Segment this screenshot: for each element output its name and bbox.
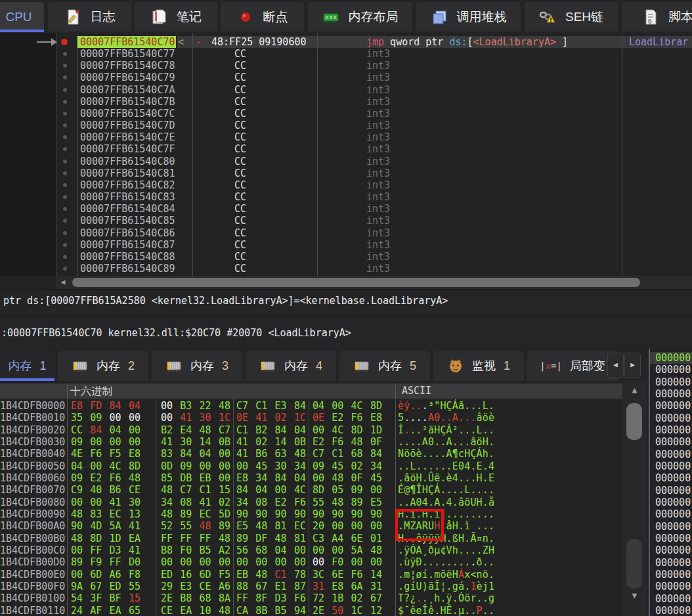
hex-byte[interactable]: B8 — [161, 544, 178, 556]
hex-byte[interactable]: E2 — [275, 496, 292, 508]
hex-byte[interactable]: F0 — [180, 544, 197, 556]
stack-address-row[interactable]: 000000 — [650, 400, 692, 412]
hex-byte[interactable]: 8D — [90, 533, 107, 544]
hex-byte[interactable]: 48 — [351, 436, 368, 448]
hex-byte[interactable]: 09 — [90, 412, 107, 424]
breakpoint-bullet[interactable] — [63, 255, 67, 259]
hex-byte[interactable]: 40 — [90, 484, 107, 496]
hex-byte[interactable]: C3 — [313, 533, 330, 544]
hex-byte[interactable]: E1 — [275, 581, 292, 592]
hex-byte[interactable]: 00 — [129, 412, 146, 424]
main-tab-cpu[interactable]: CPU — [0, 2, 44, 32]
hex-byte[interactable]: FD — [90, 400, 107, 412]
stack-address-row[interactable]: 000000 — [650, 485, 692, 496]
hex-byte[interactable]: DB — [180, 472, 197, 484]
hex-byte[interactable]: CE — [161, 605, 178, 616]
hex-byte[interactable]: 90 — [313, 508, 330, 520]
hex-byte[interactable]: 31 — [370, 581, 387, 592]
hex-byte[interactable]: 83 — [90, 508, 107, 520]
hex-byte[interactable]: 04 — [71, 460, 88, 472]
hex-byte[interactable]: 8D — [313, 484, 330, 496]
hex-byte[interactable]: F0 — [332, 556, 349, 568]
hex-byte[interactable]: 20 — [313, 520, 330, 532]
stack-address-row[interactable]: 000000 — [650, 496, 692, 508]
hex-byte[interactable]: FF — [236, 592, 253, 604]
hex-byte[interactable]: 00 — [71, 496, 88, 508]
hex-byte[interactable]: 30 — [275, 460, 292, 472]
hex-byte[interactable]: 1B — [332, 592, 349, 604]
stack-address-row[interactable]: 000000 — [650, 412, 692, 424]
hex-byte[interactable]: 10 — [200, 605, 217, 616]
hex-byte[interactable]: D3 — [275, 592, 292, 604]
dump-row[interactable]: 1B4CDFB00F09A67ED5529E3CEA68867E18731E86… — [0, 581, 622, 592]
hex-byte[interactable]: A6 — [110, 569, 127, 581]
hex-byte[interactable]: 00 — [275, 556, 292, 568]
disassembly-row[interactable]: 00007FFB61540C82CCint3 — [0, 179, 692, 191]
hex-byte[interactable]: EB — [200, 472, 217, 484]
hex-byte[interactable]: 34 — [255, 472, 272, 484]
hex-byte[interactable]: B3 — [180, 400, 197, 412]
hex-byte[interactable]: E5 — [236, 520, 253, 532]
hex-byte[interactable]: 48 — [332, 496, 349, 508]
main-tab-notes[interactable]: 笔记 — [135, 2, 217, 32]
hex-byte[interactable]: 35 — [71, 412, 88, 424]
scroll-up-arrow[interactable]: ▲ — [622, 385, 647, 395]
disassembly-row[interactable]: 00007FFB61540C81CCint3 — [0, 167, 692, 179]
disassembly-row[interactable]: 00007FFB61540C80CCint3 — [0, 156, 692, 167]
hex-byte[interactable]: 90 — [351, 508, 368, 520]
hex-byte[interactable]: ED — [161, 569, 178, 581]
hex-byte[interactable]: 89 — [351, 496, 368, 508]
hex-byte[interactable]: 00 — [90, 460, 107, 472]
hex-byte[interactable]: 31 — [313, 581, 330, 592]
breakpoint-bullet[interactable] — [63, 231, 67, 235]
disassembly-row[interactable]: 00007FFB61540C87CCint3 — [0, 239, 692, 251]
hex-byte[interactable]: E2 — [90, 472, 107, 484]
hex-byte[interactable]: E3 — [275, 400, 292, 412]
breakpoint-bullet[interactable] — [63, 147, 67, 151]
hex-byte[interactable]: F6 — [351, 412, 368, 424]
hex-byte[interactable]: 00 — [161, 400, 178, 412]
hex-byte[interactable]: 0D — [161, 460, 178, 472]
hex-byte[interactable]: 00 — [351, 556, 368, 568]
stack-address-row[interactable]: 000000 — [650, 472, 692, 484]
stack-address-row[interactable]: 000000 — [650, 364, 692, 376]
hex-byte[interactable]: 00 — [200, 460, 217, 472]
hex-byte[interactable]: 84 — [370, 448, 387, 460]
hex-byte[interactable]: 4E — [71, 448, 88, 460]
hex-byte[interactable]: 89 — [180, 508, 197, 520]
hex-byte[interactable]: 8D — [129, 460, 146, 472]
ascii-char[interactable]: . — [488, 520, 495, 532]
hex-byte[interactable]: 00 — [71, 544, 88, 556]
breakpoint-bullet[interactable] — [63, 219, 67, 223]
hex-byte[interactable]: 48 — [129, 472, 146, 484]
hex-byte[interactable]: DF — [255, 533, 272, 544]
hex-byte[interactable]: B2 — [161, 424, 178, 436]
hex-byte[interactable]: 00 — [110, 436, 127, 448]
hex-byte[interactable]: C1 — [200, 484, 217, 496]
hex-byte[interactable]: 81 — [275, 520, 292, 532]
dump-row[interactable]: 1B4CDFB00B0488D1DEAFFFFFF4889DF4881C3A46… — [0, 533, 622, 544]
disassembly-row[interactable]: 00007FFB61540C7CCCint3 — [0, 108, 692, 120]
dump-tabs-scroll-right-button[interactable]: ▶ — [624, 353, 641, 378]
hex-byte[interactable]: 4C — [332, 424, 349, 436]
ascii-char[interactable]: . — [488, 605, 495, 616]
main-tab-memory-map[interactable]: 内存布局 — [308, 2, 412, 32]
hex-byte[interactable]: C9 — [71, 484, 88, 496]
hex-byte[interactable]: 55 — [313, 496, 330, 508]
dump-tab-memory-2[interactable]: 内存2 — [58, 351, 148, 381]
dump-row[interactable]: 1B4CDFB006009E2F64885DBEB00E834840400480… — [0, 472, 622, 484]
hex-byte[interactable]: FF — [180, 533, 197, 544]
hex-byte[interactable]: 54 — [71, 592, 88, 604]
ascii-char[interactable]: . — [488, 484, 495, 496]
hex-byte[interactable]: 0E — [236, 412, 253, 424]
disassembly-row[interactable]: 00007FFB61540C7FCCint3 — [0, 143, 692, 155]
hex-byte[interactable]: 41 — [129, 520, 146, 532]
hex-byte[interactable]: 45 — [332, 460, 349, 472]
breakpoint-bullet[interactable] — [63, 267, 67, 271]
disassembly-row[interactable]: 00007FFB61540C7ACCint3 — [0, 84, 692, 96]
main-tab-script[interactable]: 脚本 — [622, 2, 692, 32]
hex-byte[interactable]: 90 — [332, 508, 349, 520]
hex-byte[interactable]: CE — [200, 581, 217, 592]
hex-byte[interactable]: 00 — [313, 556, 330, 568]
scroll-left-arrow[interactable]: ◀ — [57, 276, 69, 288]
